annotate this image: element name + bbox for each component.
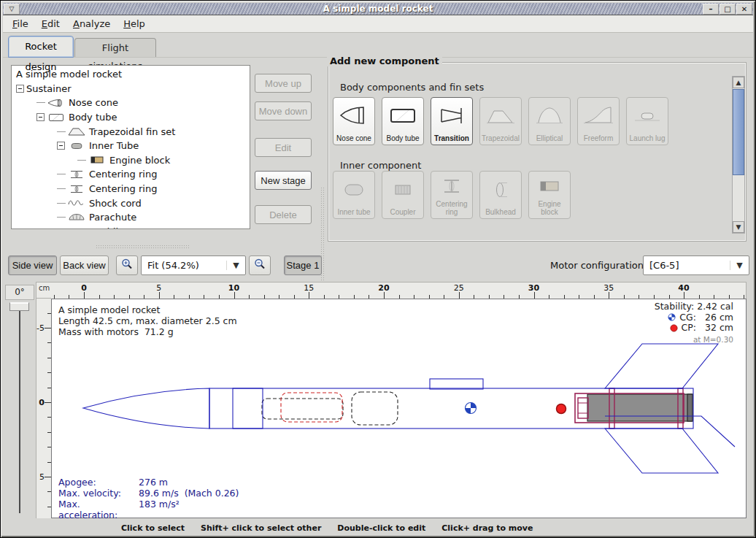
add-launch-lug-button[interactable]: Launch lug (626, 97, 668, 145)
zoom-out-button[interactable] (249, 255, 271, 275)
add-transition-button[interactable]: Transition (431, 97, 473, 145)
add-centering-ring-button[interactable]: Centering ring (431, 171, 473, 219)
rocket-canvas[interactable]: A simple model rocketLength 42.5 cm, max… (51, 299, 747, 518)
tree-item-nose-cone[interactable]: Nose cone (12, 96, 250, 110)
nose-cone-icon (338, 98, 370, 134)
motor-configuration-select[interactable]: [C6-5] ▼ (643, 255, 749, 275)
cg-value: 26 cm (700, 312, 733, 323)
add-nose-cone-button[interactable]: Nose cone (333, 97, 375, 145)
stage-1-toggle[interactable]: Stage 1 (284, 255, 322, 275)
application-window: ▽ A simple model rocket – □ ✕ FileEditAn… (0, 0, 756, 538)
ruler-label: 0 (81, 283, 87, 293)
menu-item-file[interactable]: File (6, 16, 35, 31)
fin-bottom[interactable] (605, 429, 718, 473)
component-button-label: Transition (434, 134, 469, 142)
tree-item-trapezoidal-fin-set[interactable]: Trapezoidal fin set (12, 124, 250, 139)
tree-item-label: Engine block (109, 155, 170, 166)
add-inner-tube-button[interactable]: Inner tube (333, 171, 375, 219)
section-label-body-components-and-fin-sets: Body components and fin sets (340, 82, 484, 93)
body-tube-icon (387, 98, 419, 134)
shock-cord-outline[interactable] (262, 399, 343, 419)
tab-rocket-design[interactable]: Rocket design (8, 36, 74, 58)
add-engine-block-button[interactable]: Engine block (528, 171, 571, 219)
rotation-slider-handle[interactable] (9, 302, 29, 311)
tree-item-body-tube[interactable]: Body tube (12, 110, 250, 125)
side-view-button[interactable]: Side view (8, 255, 57, 275)
ruler-tick (609, 292, 609, 299)
shock-cord-icon (67, 198, 86, 208)
motor-nozzle (687, 394, 693, 421)
cp-value: 32 cm (700, 323, 733, 334)
horizontal-splitter[interactable] (96, 245, 190, 248)
ruler-label: 25 (454, 283, 464, 293)
coupler-icon (387, 172, 419, 208)
scrollbar-up-icon[interactable]: ▲ (733, 77, 744, 88)
flight-stat: Apogee:276 m (58, 477, 239, 488)
tree-item-shock-cord[interactable]: Shock cord (12, 196, 250, 210)
flight-stat-label: Max. velocity: (58, 488, 139, 499)
tree-connector (57, 196, 67, 210)
fin-top[interactable] (605, 344, 718, 388)
add-trapezoidal-button[interactable]: Trapezoidal (479, 97, 522, 145)
tree-expander-icon[interactable] (16, 85, 24, 93)
close-button[interactable]: ✕ (736, 4, 752, 15)
zoom-in-button[interactable] (116, 255, 138, 275)
tab-flight-simulations[interactable]: Flight simulations (74, 38, 156, 58)
add-elliptical-button[interactable]: Elliptical (528, 97, 571, 145)
tree-item-parachute[interactable]: Parachute (12, 210, 250, 225)
ruler-label: 15 (304, 283, 314, 293)
tree-item-inner-tube[interactable]: Inner Tube (12, 139, 250, 153)
menu-item-help[interactable]: Help (117, 16, 152, 31)
minimize-button[interactable]: – (703, 4, 719, 15)
move-down-button[interactable]: Move down (255, 101, 312, 120)
parachute-icon (67, 212, 86, 223)
add-freeform-button[interactable]: Freeform (577, 97, 620, 145)
scrollbar-thumb[interactable] (733, 89, 744, 175)
back-view-button[interactable]: Back view (60, 255, 109, 275)
nose-cone-shape[interactable] (83, 388, 209, 429)
motor[interactable] (587, 394, 693, 421)
engine-block-outline[interactable] (578, 398, 588, 418)
tree-item-engine-block[interactable]: Engine block (12, 153, 250, 168)
new-stage-button[interactable]: New stage (255, 171, 312, 190)
ruler-label: 5 (156, 283, 161, 293)
add-coupler-button[interactable]: Coupler (382, 171, 424, 219)
window-menu-icon[interactable]: ▽ (4, 4, 20, 15)
launch-lug-icon (631, 98, 663, 134)
ruler-label: 40 (678, 283, 689, 293)
cg-marker (466, 403, 477, 414)
tree-item-label: Nose cone (69, 97, 118, 108)
launch-lug-shape[interactable] (430, 379, 483, 389)
ruler-tick (309, 292, 309, 299)
parachute-outline[interactable] (352, 392, 398, 425)
ruler-tick (45, 477, 51, 477)
tree-item-label: Wadding (89, 226, 131, 229)
inner-tube-icon (67, 141, 86, 151)
ruler-tick (534, 292, 535, 299)
menu-item-edit[interactable]: Edit (35, 16, 66, 31)
zoom-level-select[interactable]: Fit (54.2%) ▼ (141, 255, 246, 275)
rotation-slider-track (19, 304, 20, 513)
tree-item-centering-ring[interactable]: Centering ring (12, 167, 250, 182)
delete-button[interactable]: Delete (255, 205, 312, 224)
ruler-label: 35 (603, 283, 614, 293)
tree-item-wadding[interactable]: Wadding (12, 225, 250, 229)
scrollbar-down-icon[interactable]: ▼ (733, 221, 744, 233)
menu-item-analyze[interactable]: Analyze (66, 16, 117, 31)
fin-trapezoidal-icon (67, 126, 86, 137)
ruler-label: 30 (528, 283, 539, 293)
move-up-button[interactable]: Move up (255, 74, 312, 93)
tree-item-sustainer[interactable]: Sustainer (12, 82, 250, 96)
component-panel-scrollbar[interactable]: ▲ ▼ (732, 76, 745, 234)
component-tree[interactable]: A simple model rocketSustainerNose coneB… (11, 65, 250, 229)
recovery-device-outline[interactable] (281, 393, 342, 422)
add-body-tube-button[interactable]: Body tube (382, 97, 424, 145)
tree-item-centering-ring[interactable]: Centering ring (12, 182, 250, 196)
add-bulkhead-button[interactable]: Bulkhead (479, 171, 522, 219)
tree-expander-icon[interactable] (57, 142, 65, 150)
tree-expander-icon[interactable] (36, 113, 45, 121)
edit-button[interactable]: Edit (255, 138, 312, 157)
fin-trapezoidal-icon (485, 98, 517, 134)
maximize-button[interactable]: □ (720, 4, 736, 15)
nose-shoulder (233, 388, 263, 429)
